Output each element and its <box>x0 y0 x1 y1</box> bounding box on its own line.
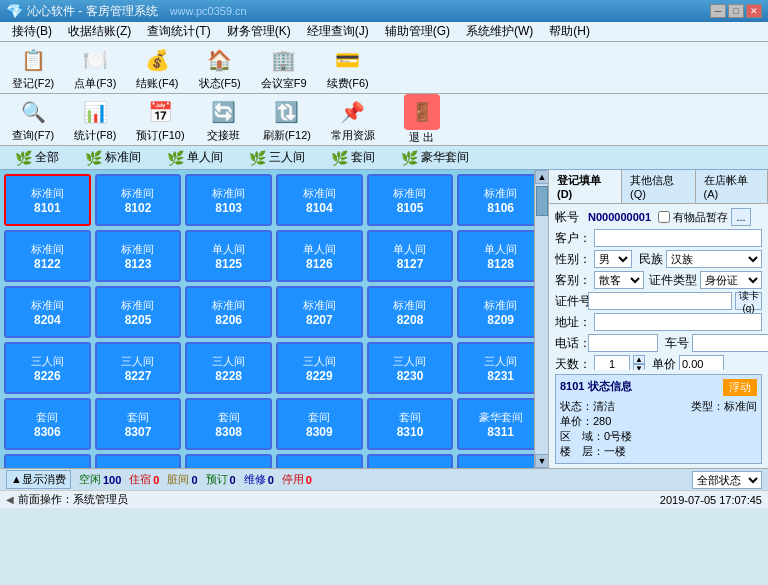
room-cell[interactable]: 标准间 8208 <box>367 286 454 338</box>
resources-icon: 📌 <box>337 96 369 128</box>
btn-booking[interactable]: 📅 预订(F10) <box>130 94 190 145</box>
tab-luxury[interactable]: 🌿 豪华套间 <box>390 146 480 169</box>
room-cell[interactable]: 标准间 8209 <box>457 286 544 338</box>
room-cell[interactable]: 套间 8310 <box>367 398 454 450</box>
room-cell[interactable]: 标准间 8406 <box>457 454 544 468</box>
room-cell[interactable]: 豪华套间 8311 <box>457 398 544 450</box>
tab-single[interactable]: 🌿 单人间 <box>156 146 234 169</box>
btn-shift[interactable]: 🔄 交接班 <box>199 94 249 145</box>
room-cell[interactable]: 标准间 8123 <box>95 230 182 282</box>
car-input[interactable] <box>692 334 768 352</box>
room-cell[interactable]: 标准间 8122 <box>4 230 91 282</box>
scroll-up-btn[interactable]: ▲ <box>535 170 548 184</box>
room-cell[interactable]: 标准间 8104 <box>276 174 363 226</box>
room-cell[interactable]: 标准间 8106 <box>457 174 544 226</box>
room-cell[interactable]: 标准间 8105 <box>367 174 454 226</box>
room-cell[interactable]: 三人间 8230 <box>367 342 454 394</box>
room-cell[interactable]: 单人间 8125 <box>185 230 272 282</box>
room-cell[interactable]: 标准间 8402 <box>95 454 182 468</box>
menu-reception[interactable]: 接待(B) <box>4 21 60 42</box>
room-cell[interactable]: 单人间 8127 <box>367 230 454 282</box>
room-cell[interactable]: 套间 8309 <box>276 398 363 450</box>
card-read-button[interactable]: 读卡(g) <box>735 292 762 310</box>
close-button[interactable]: ✕ <box>746 4 762 18</box>
btn-checkout[interactable]: 💰 结账(F4) <box>130 42 184 93</box>
room-cell[interactable]: 标准间 8206 <box>185 286 272 338</box>
room-cell[interactable]: 套间 8308 <box>185 398 272 450</box>
btn-query[interactable]: 🔍 查询(F7) <box>6 94 60 145</box>
btn-renew[interactable]: 💳 续费(F6) <box>321 42 375 93</box>
btn-resources[interactable]: 📌 常用资源 <box>325 94 381 145</box>
tab-standard[interactable]: 🌿 标准间 <box>74 146 152 169</box>
idnum-label: 证件号 <box>555 293 585 310</box>
room-cell[interactable]: 三人间 8229 <box>276 342 363 394</box>
room-cell[interactable]: 单人间 8128 <box>457 230 544 282</box>
btn-stats[interactable]: 📊 统计(F8) <box>68 94 122 145</box>
tab-triple[interactable]: 🌿 三人间 <box>238 146 316 169</box>
expand-consumption-btn[interactable]: ▲显示消费 <box>6 470 71 489</box>
room-cell[interactable]: 标准间 8204 <box>4 286 91 338</box>
form-row-account: 帐号 N000000001 有物品暂存 ... <box>555 208 762 226</box>
room-cell[interactable]: 标准间 8102 <box>95 174 182 226</box>
grid-scrollbar[interactable]: ▲ ▼ <box>534 170 548 468</box>
state-filter-select[interactable]: 全部状态 <box>692 471 762 489</box>
right-tab-other[interactable]: 其他信息(Q) <box>622 170 696 203</box>
room-cell[interactable]: 套间 8307 <box>95 398 182 450</box>
room-cell[interactable]: 三人间 8228 <box>185 342 272 394</box>
customer-input[interactable] <box>594 229 762 247</box>
gender-select[interactable]: 男女 <box>594 250 632 268</box>
menu-finance[interactable]: 财务管理(K) <box>219 21 299 42</box>
right-tab-register[interactable]: 登记填单(D) <box>549 170 622 203</box>
days-input[interactable] <box>594 355 630 370</box>
address-input[interactable] <box>594 313 762 331</box>
ethnic-select[interactable]: 汉族 <box>666 250 762 268</box>
guesttype-select[interactable]: 散客 <box>594 271 644 289</box>
room-cell[interactable]: 标准间 8404 <box>276 454 363 468</box>
btn-status[interactable]: 🏠 状态(F5) <box>193 42 247 93</box>
right-tab-bill[interactable]: 在店帐单(A) <box>696 170 768 203</box>
menu-query[interactable]: 查询统计(T) <box>139 21 218 42</box>
btn-exit[interactable]: 🚪 退 出 <box>397 92 447 147</box>
scroll-down-btn[interactable]: ▼ <box>535 454 548 468</box>
status-row-2: 单价：280 <box>560 414 757 429</box>
account-dots-button[interactable]: ... <box>731 208 751 226</box>
room-cell[interactable]: 标准间 8207 <box>276 286 363 338</box>
minimize-button[interactable]: ─ <box>710 4 726 18</box>
scroll-thumb[interactable] <box>536 186 548 216</box>
days-down-btn[interactable]: ▼ <box>633 364 645 370</box>
unitprice-input[interactable] <box>679 355 724 370</box>
menu-system[interactable]: 系统维护(W) <box>458 21 541 42</box>
tab-all[interactable]: 🌿 全部 <box>4 146 70 169</box>
menu-manager[interactable]: 经理查询(J) <box>299 21 377 42</box>
room-grid-container[interactable]: 标准间 8101标准间 8102标准间 8103标准间 8104标准间 8105… <box>0 170 548 468</box>
btn-register[interactable]: 📋 登记(F2) <box>6 42 60 93</box>
menu-receipt[interactable]: 收据结账(Z) <box>60 21 139 42</box>
room-cell[interactable]: 套间 8306 <box>4 398 91 450</box>
tab-suite[interactable]: 🌿 套间 <box>320 146 386 169</box>
idtype-select[interactable]: 身份证 <box>700 271 762 289</box>
phone-input[interactable] <box>588 334 658 352</box>
menu-auxiliary[interactable]: 辅助管理(G) <box>377 21 458 42</box>
room-cell[interactable]: 标准间 8103 <box>185 174 272 226</box>
scroll-left-btn[interactable]: ◀ <box>6 494 14 505</box>
room-cell[interactable]: 标准间 8101 <box>4 174 91 226</box>
room-cell[interactable]: 标准间 8403 <box>185 454 272 468</box>
room-cell[interactable]: 三人间 8226 <box>4 342 91 394</box>
idnum-input[interactable] <box>588 292 732 310</box>
menu-help[interactable]: 帮助(H) <box>541 21 598 42</box>
btn-conference[interactable]: 🏢 会议室F9 <box>255 42 313 93</box>
room-cell[interactable]: 标准间 8405 <box>367 454 454 468</box>
room-cell[interactable]: 单人间 8126 <box>276 230 363 282</box>
days-up-btn[interactable]: ▲ <box>633 355 645 364</box>
room-cell[interactable]: 三人间 8227 <box>95 342 182 394</box>
room-cell[interactable]: 标准间 8401 <box>4 454 91 468</box>
room-cell[interactable]: 标准间 8205 <box>95 286 182 338</box>
btn-refresh[interactable]: 🔃 刷新(F12) <box>257 94 317 145</box>
float-button[interactable]: 浮动 <box>723 379 757 396</box>
btn-order[interactable]: 🍽️ 点单(F3) <box>68 42 122 93</box>
room-number: 8230 <box>397 369 424 383</box>
room-type: 单人间 <box>212 242 245 257</box>
goods-checkbox[interactable] <box>658 211 670 223</box>
maximize-button[interactable]: □ <box>728 4 744 18</box>
room-cell[interactable]: 三人间 8231 <box>457 342 544 394</box>
